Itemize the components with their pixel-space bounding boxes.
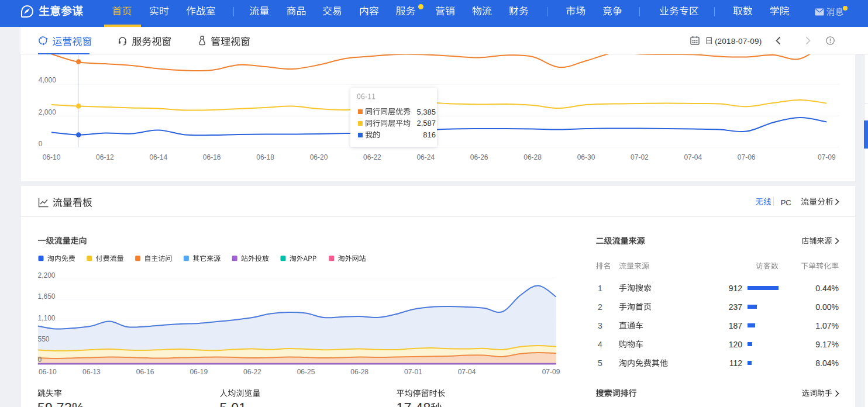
svg-text:06-25: 06-25	[297, 368, 315, 376]
svg-text:07-06: 07-06	[738, 153, 756, 161]
svg-text:4,000: 4,000	[39, 76, 56, 84]
svg-text:06-24: 06-24	[416, 153, 435, 161]
svg-text:1,650: 1,650	[38, 292, 56, 301]
svg-text:06-19: 06-19	[190, 368, 208, 376]
svg-text:2,000: 2,000	[39, 108, 56, 116]
svg-text:06-26: 06-26	[470, 153, 488, 161]
svg-text:06-13: 06-13	[82, 368, 101, 376]
svg-text:06-22: 06-22	[363, 153, 381, 161]
svg-text:550: 550	[38, 335, 50, 343]
svg-text:06-16: 06-16	[203, 153, 221, 161]
svg-text:06-20: 06-20	[310, 153, 328, 161]
svg-text:0: 0	[39, 140, 43, 148]
svg-text:06-14: 06-14	[149, 153, 167, 161]
svg-text:07-09: 07-09	[818, 153, 836, 161]
svg-text:06-28: 06-28	[523, 153, 542, 161]
svg-text:07-01: 07-01	[404, 368, 422, 376]
svg-text:0: 0	[38, 356, 42, 364]
svg-text:06-22: 06-22	[243, 368, 261, 376]
svg-text:07-04: 07-04	[458, 368, 476, 376]
svg-text:1,100: 1,100	[38, 314, 56, 322]
svg-text:2,200: 2,200	[38, 271, 56, 280]
svg-text:06-30: 06-30	[577, 153, 595, 161]
svg-text:06-12: 06-12	[96, 153, 114, 161]
svg-text:06-28: 06-28	[350, 368, 368, 376]
svg-text:06-18: 06-18	[256, 153, 274, 161]
svg-text:06-10: 06-10	[39, 368, 57, 376]
svg-text:06-10: 06-10	[43, 153, 61, 161]
svg-text:07-02: 07-02	[631, 153, 649, 161]
svg-text:06-16: 06-16	[136, 368, 154, 376]
svg-text:07-04: 07-04	[684, 153, 702, 161]
svg-text:07-09: 07-09	[542, 368, 560, 376]
